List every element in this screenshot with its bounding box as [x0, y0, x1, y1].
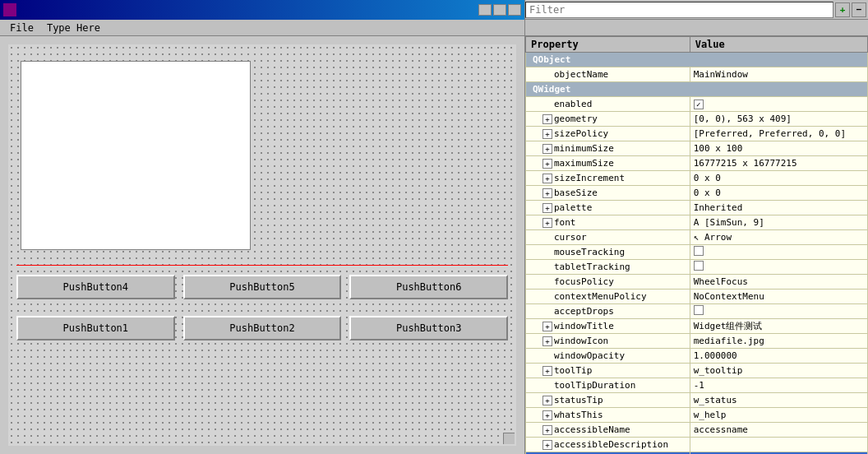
prop-name-cell: +whatsThis — [526, 408, 690, 423]
titlebar-buttons — [478, 4, 521, 16]
table-row[interactable]: +paletteInherited — [526, 201, 868, 215]
menubar: File Type Here — [0, 20, 524, 36]
prop-value-cell: -1 — [690, 378, 867, 393]
expand-icon[interactable]: + — [542, 114, 552, 124]
right-panel: + − Property Value QObjectobjectNameMain… — [524, 0, 868, 454]
expand-icon[interactable]: + — [542, 410, 552, 420]
expand-icon[interactable]: + — [542, 129, 552, 139]
expand-icon[interactable]: + — [542, 336, 552, 346]
prop-value-cell: 0 x 0 — [690, 186, 867, 201]
table-row[interactable]: windowOpacity1.000000 — [526, 349, 868, 364]
prop-name-cell: +maximumSize — [526, 156, 690, 171]
expand-icon[interactable]: + — [542, 322, 552, 331]
table-row[interactable]: +maximumSize16777215 x 16777215 — [526, 156, 868, 171]
table-row[interactable]: +whatsThisw_help — [526, 408, 868, 423]
expand-icon[interactable]: + — [542, 440, 552, 450]
object-path-bar — [525, 20, 868, 36]
expand-icon[interactable]: + — [542, 203, 552, 213]
table-row[interactable]: focusPolicyWheelFocus — [526, 275, 868, 290]
table-row[interactable]: mouseTracking — [526, 245, 868, 260]
checkbox-icon[interactable] — [694, 261, 704, 271]
prop-value-cell: 16777215 x 16777215 — [690, 156, 867, 171]
prop-name-cell: tabletTracking — [526, 260, 690, 275]
prop-name-cell: +sizeIncrement — [526, 171, 690, 186]
table-row[interactable]: +windowIconmediafile.jpg — [526, 334, 868, 349]
expand-icon[interactable]: + — [542, 366, 552, 376]
table-row[interactable]: +minimumSize100 x 100 — [526, 141, 868, 156]
pushbutton1[interactable]: PushButton1 — [16, 316, 175, 340]
prop-name-cell: objectName — [526, 67, 690, 82]
widget-titlebar — [0, 0, 524, 20]
property-table[interactable]: Property Value QObjectobjectNameMainWind… — [525, 36, 868, 454]
table-row[interactable]: QWidget — [526, 82, 868, 97]
table-row[interactable]: +toolTipw_tooltip — [526, 364, 868, 378]
checkbox-icon[interactable]: ✓ — [694, 100, 704, 109]
col-property: Property — [526, 37, 690, 53]
table-row[interactable]: +statusTipw_status — [526, 393, 868, 408]
prop-name-cell: +toolTip — [526, 364, 690, 378]
table-row[interactable]: +baseSize0 x 0 — [526, 186, 868, 201]
expand-icon[interactable]: + — [542, 218, 552, 228]
filter-actions: + − — [833, 2, 868, 17]
prop-value-cell: ↖ Arrow — [690, 230, 867, 245]
prop-value-cell: accessname — [690, 423, 867, 438]
checkbox-icon[interactable] — [694, 246, 704, 256]
maximize-button[interactable] — [493, 4, 506, 16]
expand-icon[interactable]: + — [542, 174, 552, 183]
pushbutton6[interactable]: PushButton6 — [349, 275, 508, 299]
prop-name-cell: +windowTitle — [526, 319, 690, 334]
menu-typehere[interactable]: Type Here — [40, 21, 107, 35]
expand-icon[interactable]: + — [542, 188, 552, 198]
expand-icon[interactable]: + — [542, 159, 552, 169]
table-row[interactable]: +fontA [SimSun, 9] — [526, 215, 868, 230]
table-row[interactable]: +sizeIncrement0 x 0 — [526, 171, 868, 186]
prop-name-cell: +font — [526, 215, 690, 230]
pushbutton4[interactable]: PushButton4 — [16, 275, 175, 299]
filter-minus-button[interactable]: − — [852, 2, 866, 17]
table-row[interactable]: tabletTracking — [526, 260, 868, 275]
checkbox-icon[interactable] — [694, 305, 704, 315]
table-row[interactable]: +geometry[0, 0), 563 x 409] — [526, 112, 868, 127]
prop-value-cell: NoContextMenu — [690, 290, 867, 304]
prop-value-cell: [Preferred, Preferred, 0, 0] — [690, 127, 867, 141]
expand-icon[interactable]: + — [542, 144, 552, 154]
minimize-button[interactable] — [478, 4, 492, 16]
expand-icon[interactable]: + — [542, 425, 552, 435]
menu-file[interactable]: File — [3, 21, 40, 35]
expand-icon[interactable]: + — [542, 396, 552, 405]
pushbutton2[interactable]: PushButton2 — [183, 316, 342, 340]
table-row[interactable]: acceptDrops — [526, 304, 868, 319]
resize-handle[interactable] — [503, 433, 515, 444]
close-button[interactable] — [508, 4, 521, 16]
prop-value-cell: ✓ — [690, 97, 867, 112]
buttons-row2: PushButton1 PushButton2 PushButton3 — [16, 316, 508, 340]
table-row[interactable]: cursor↖ Arrow — [526, 230, 868, 245]
widget-icon — [3, 3, 16, 16]
prop-name-cell: +sizePolicy — [526, 127, 690, 141]
filter-input[interactable] — [525, 2, 833, 18]
prop-name-cell: +palette — [526, 201, 690, 215]
table-row[interactable]: objectNameMainWindow — [526, 67, 868, 82]
filter-add-button[interactable]: + — [835, 2, 850, 17]
white-rect-widget — [21, 61, 251, 250]
table-row[interactable]: QObject — [526, 53, 868, 67]
prop-value-cell: MainWindow — [690, 67, 867, 82]
pushbutton3[interactable]: PushButton3 — [349, 316, 508, 340]
widget-canvas: PushButton4 PushButton5 PushButton6 Push… — [0, 36, 524, 454]
table-row[interactable]: +accessibleDescription — [526, 438, 868, 452]
table-row[interactable]: +accessibleNameaccessname — [526, 423, 868, 438]
prop-value-cell: [0, 0), 563 x 409] — [690, 112, 867, 127]
pushbutton5[interactable]: PushButton5 — [183, 275, 342, 299]
table-row[interactable]: enabled✓ — [526, 97, 868, 112]
prop-value-cell: WheelFocus — [690, 275, 867, 290]
prop-value-cell — [690, 438, 867, 452]
prop-value-cell — [690, 304, 867, 319]
table-row[interactable]: +sizePolicy[Preferred, Preferred, 0, 0] — [526, 127, 868, 141]
prop-name-cell: +statusTip — [526, 393, 690, 408]
table-row[interactable]: contextMenuPolicyNoContextMenu — [526, 290, 868, 304]
widget-form[interactable]: PushButton4 PushButton5 PushButton6 Push… — [8, 44, 516, 446]
table-row[interactable]: +windowTitleWidget组件测试 — [526, 319, 868, 334]
buttons-row1: PushButton4 PushButton5 PushButton6 — [16, 275, 508, 299]
prop-value-cell: 1.000000 — [690, 349, 867, 364]
table-row[interactable]: toolTipDuration-1 — [526, 378, 868, 393]
